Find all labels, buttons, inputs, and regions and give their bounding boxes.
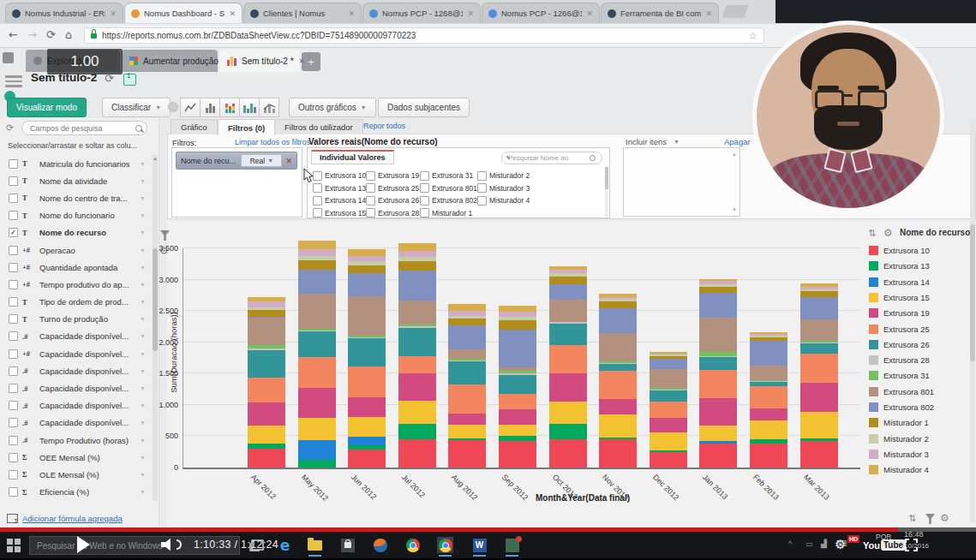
bar-segment[interactable] [599, 301, 637, 307]
delete-link[interactable]: Apagar [724, 137, 751, 146]
browser-tab[interactable]: Nomus Industrial - ERP✕ [5, 3, 123, 23]
clear-filters-link[interactable]: Limpar todos os filtros [235, 138, 310, 146]
add-dashboard-tab-button[interactable]: + [302, 52, 320, 71]
filter-tab[interactable]: Gráfico [171, 119, 218, 134]
field-row[interactable]: +#Tempo produtivo do ap...▼ [0, 276, 153, 293]
resource-checkbox-item[interactable]: Extrusora 801 [420, 183, 477, 193]
bar-segment[interactable] [248, 318, 285, 345]
bar-segment[interactable] [499, 425, 536, 436]
field-checkbox[interactable] [9, 436, 18, 445]
legend-item[interactable]: Extrusora 19 [869, 308, 930, 318]
bar-segment[interactable] [699, 293, 737, 318]
bar-segment[interactable] [398, 439, 436, 468]
save-icon[interactable] [123, 74, 136, 86]
bar-segment[interactable] [800, 383, 838, 412]
resource-checkbox[interactable] [313, 196, 322, 206]
field-row[interactable]: .#Tempo Produtivo (horas)▼ [0, 432, 153, 449]
bar-segment[interactable] [348, 417, 386, 437]
resource-checkbox-item[interactable]: Extrusora 13 [313, 183, 366, 193]
bar-segment[interactable] [448, 414, 486, 425]
menu-icon[interactable] [5, 75, 22, 90]
field-caret-icon[interactable]: ▼ [140, 455, 146, 461]
bar-segment[interactable] [549, 373, 587, 402]
scroll-up-icon[interactable]: ▲ [732, 152, 737, 157]
bar-segment[interactable] [398, 401, 436, 423]
bar-segment[interactable] [599, 399, 637, 414]
field-checkbox[interactable] [9, 453, 18, 462]
field-caret-icon[interactable]: ▼ [140, 351, 146, 357]
filter-chip[interactable]: Nome do recu... Real ▼ ✕ [176, 152, 297, 170]
resource-checkbox[interactable] [420, 208, 429, 217]
bar-segment[interactable] [398, 271, 436, 301]
bar-segment[interactable] [549, 277, 587, 284]
player-settings-icon[interactable]: ⚙ [835, 537, 846, 552]
field-caret-icon[interactable]: ▼ [140, 212, 146, 218]
bar-segment[interactable] [699, 357, 737, 370]
sort-button[interactable]: Classificar▼ [102, 98, 171, 117]
bar-segment[interactable] [298, 270, 336, 294]
bar-segment[interactable] [298, 260, 336, 270]
forward-icon[interactable]: → [27, 28, 37, 41]
bar-segment[interactable] [398, 301, 436, 325]
dashboard-tab[interactable]: Aumentar produção✕ [122, 50, 218, 72]
bar-segment[interactable] [549, 300, 587, 322]
stacked-bar[interactable] [650, 352, 687, 468]
legend-sort-icon[interactable]: ⇅ [868, 228, 876, 239]
bar-segment[interactable] [549, 424, 587, 439]
url-text[interactable]: https://reports.nomus.com.br/ZDBDataShee… [102, 31, 743, 40]
legend-item[interactable]: Misturador 4 [869, 465, 929, 474]
other-charts-button[interactable]: Outros gráficos▼ [289, 98, 376, 117]
bar-segment[interactable] [549, 284, 587, 300]
bar-segment[interactable] [549, 324, 587, 346]
field-search-input[interactable] [21, 121, 147, 135]
tab-close-icon[interactable]: ✕ [299, 57, 305, 65]
bar-segment[interactable] [800, 343, 838, 354]
bar-segment[interactable] [348, 249, 386, 256]
legend-item[interactable]: Extrusora 801 [869, 387, 934, 396]
bar-segment[interactable] [348, 256, 386, 262]
bar-segment[interactable] [348, 397, 386, 417]
youtube-logo[interactable]: You Tube [863, 539, 906, 551]
bar-segment[interactable] [298, 331, 336, 356]
stacked-bar[interactable] [549, 266, 587, 468]
resource-checkbox[interactable] [366, 171, 375, 181]
resource-checkbox[interactable] [477, 171, 487, 181]
bar-segment[interactable] [800, 354, 838, 383]
reload-icon[interactable]: ⟳ [46, 28, 56, 41]
bar-segment[interactable] [599, 333, 637, 361]
bar-segment[interactable] [398, 243, 436, 251]
field-checkbox[interactable] [9, 280, 18, 289]
bar-segment[interactable] [650, 359, 687, 369]
home-icon[interactable]: ⌂ [65, 28, 72, 41]
resource-checkbox-item[interactable]: Extrusora 15 [313, 208, 366, 217]
field-caret-icon[interactable]: ▼ [140, 299, 146, 305]
bar-segment[interactable] [348, 273, 386, 296]
tab-close-icon[interactable]: ✕ [348, 9, 355, 18]
bar-segment[interactable] [298, 249, 336, 256]
bar-chart-icon[interactable] [200, 98, 220, 117]
field-checkbox[interactable] [9, 159, 18, 169]
field-caret-icon[interactable]: ▼ [140, 472, 146, 478]
legend-item[interactable]: Extrusora 13 [869, 261, 930, 271]
bar-segment[interactable] [348, 296, 386, 335]
resource-checkbox-item[interactable]: Extrusora 31 [420, 171, 477, 181]
scroll-up-icon[interactable]: ▲ [153, 156, 158, 161]
bar-segment[interactable] [448, 311, 486, 317]
stacked-bar[interactable] [599, 294, 637, 468]
bar-segment[interactable] [499, 320, 536, 330]
field-row[interactable]: TTurno de produção▼ [0, 311, 153, 328]
bar-segment[interactable] [699, 287, 737, 293]
bar-segment[interactable] [348, 338, 386, 366]
legend-item[interactable]: Extrusora 15 [869, 293, 930, 302]
field-caret-icon[interactable]: ▼ [140, 195, 146, 201]
bar-segment[interactable] [398, 356, 436, 373]
grouped-bar-chart-icon[interactable] [239, 98, 260, 117]
field-checkbox[interactable] [9, 331, 18, 341]
legend-item[interactable]: Extrusora 25 [869, 325, 930, 334]
resource-checkbox-item[interactable]: Misturador 2 [477, 171, 539, 181]
resource-checkbox-item[interactable]: Extrusora 28 [366, 208, 420, 217]
sidebar-refresh-icon[interactable]: ⟳ [6, 122, 14, 134]
remove-filter-icon[interactable]: ✕ [285, 157, 292, 165]
browser-tab[interactable]: Nomus PCP - 1266@16✕ [482, 3, 600, 23]
bar-segment[interactable] [298, 294, 336, 329]
